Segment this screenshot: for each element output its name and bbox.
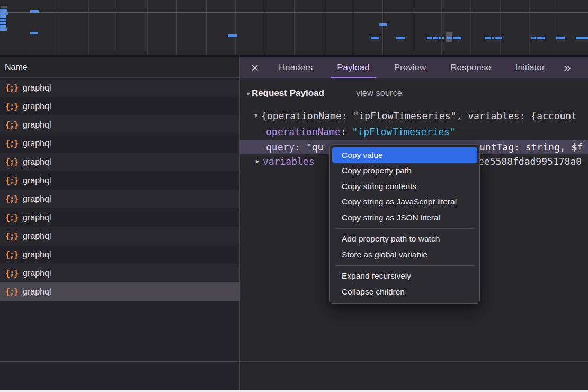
waterfall-bar [492,37,494,39]
tab-payload[interactable]: Payload [326,57,380,78]
json-braces-icon: {;} [5,194,18,204]
tab-initiator[interactable]: Initiator [505,57,556,78]
menu-item-add-property-path-to-watch[interactable]: Add property path to watch [332,231,477,247]
request-row-graphql[interactable]: {;}graphql [0,78,239,97]
waterfall-bar [30,10,39,13]
json-braces-icon: {;} [5,213,18,222]
request-row-graphql[interactable]: {;}graphql [0,134,239,153]
property-value-left-fragment: "qu [306,141,324,153]
menu-item-copy-string-as-javascript-literal[interactable]: Copy string as JavaScript literal [332,194,477,210]
json-braces-icon: {;} [5,83,18,93]
property-value-right-fragment: ee5588fdad995178a0 [478,154,582,168]
property-key: variables [263,156,315,167]
overview-gridline-vertical [324,0,324,55]
waterfall-bar [0,19,6,21]
payload-preview-text: {operationName: "ipFlowTimeseries", vari… [261,110,577,121]
request-name-label: graphql [23,83,51,93]
json-braces-icon: {;} [5,157,18,167]
overview-gridline-vertical [353,0,353,55]
waterfall-bar [0,12,8,15]
collapse-triangle-icon[interactable]: ▼ [251,112,261,119]
json-braces-icon: {;} [5,231,18,241]
waterfall-bar [576,37,588,39]
json-braces-icon: {;} [5,139,18,148]
request-name-label: graphql [23,102,51,111]
property-value-string: "ipFlowTimeseries" [352,126,456,137]
more-tabs-icon[interactable]: » [564,60,569,75]
view-source-link[interactable]: view source [356,88,402,98]
overview-gridline-vertical [88,0,89,55]
request-row-graphql[interactable]: {;}graphql [0,227,239,245]
colon: : [295,141,306,153]
waterfall-bar [556,37,565,39]
collapse-triangle-icon[interactable]: ▼ [245,91,251,97]
waterfall-bar [433,37,438,39]
request-name-label: graphql [23,157,51,167]
payload-preview-row[interactable]: ▼ {operationName: "ipFlowTimeseries", va… [240,109,588,123]
request-row-graphql[interactable]: {;}graphql [0,171,239,190]
request-name-label: graphql [23,139,51,148]
expand-triangle-icon[interactable]: ▶ [252,158,263,165]
waterfall-bar [531,37,536,39]
json-braces-icon: {;} [5,250,18,260]
context-menu: Copy valueCopy property pathCopy string … [329,144,480,304]
name-column-header[interactable]: Name [0,57,239,78]
request-row-graphql[interactable]: {;}graphql [0,153,239,171]
request-row-graphql[interactable]: {;}graphql [0,264,239,282]
overview-gridline-vertical [500,0,501,55]
waterfall-bar [396,37,405,39]
overview-gridline-vertical [59,0,59,55]
network-overview[interactable] [0,0,588,55]
overview-gridline-vertical [294,0,295,55]
overview-gridline-vertical [30,0,30,55]
request-payload-section[interactable]: ▼ Request Payload view source [245,88,402,99]
menu-item-copy-string-contents[interactable]: Copy string contents [332,179,477,194]
overview-gridline-vertical [176,0,177,55]
colon: : [341,126,352,137]
request-name-label: graphql [23,287,51,297]
detail-tab-bar: × HeadersPayloadPreviewResponseInitiator… [240,57,588,78]
waterfall-bar [447,37,452,39]
waterfall-bar [0,28,7,31]
menu-separator [335,265,474,266]
menu-item-expand-recursively[interactable]: Expand recursively [332,269,477,284]
tab-response[interactable]: Response [440,57,502,78]
waterfall-bar [439,37,441,39]
request-name-label: graphql [23,120,51,130]
request-row-graphql[interactable]: {;}graphql [0,115,239,134]
tab-headers[interactable]: Headers [268,57,323,78]
menu-separator [335,228,474,229]
waterfall-bar [442,37,444,39]
waterfall-bar [30,32,38,34]
waterfall-bar [0,22,6,24]
menu-item-store-as-global-variable[interactable]: Store as global variable [332,247,477,263]
property-key: query [266,141,295,153]
request-row-graphql[interactable]: {;}graphql [0,208,239,227]
menu-item-copy-string-as-json-literal[interactable]: Copy string as JSON literal [332,210,477,226]
waterfall-bar [228,34,237,37]
request-name-label: graphql [23,231,51,241]
json-braces-icon: {;} [5,102,18,111]
menu-item-copy-property-path[interactable]: Copy property path [332,163,477,179]
waterfall-bar [379,23,387,26]
overview-gridline-vertical [529,0,530,55]
json-braces-icon: {;} [5,176,18,185]
request-row-graphql[interactable]: {;}graphql [0,282,239,301]
menu-item-collapse-children[interactable]: Collapse children [332,284,477,300]
overview-gridline-vertical [382,0,383,55]
waterfall-bar [495,37,502,39]
request-row-graphql[interactable]: {;}graphql [0,245,239,264]
table-bottom-rule [0,361,588,362]
menu-item-copy-value[interactable]: Copy value [332,147,477,163]
waterfall-bar [453,37,461,39]
request-row-graphql[interactable]: {;}graphql [0,97,239,115]
request-name-label: graphql [23,213,51,222]
tab-preview[interactable]: Preview [384,57,436,78]
request-rows: {;}graphql{;}graphql{;}graphql{;}graphql… [0,78,239,301]
close-icon[interactable]: × [247,60,263,76]
request-row-graphql[interactable]: {;}graphql [0,190,239,208]
payload-row-operationname[interactable]: operationName: "ipFlowTimeseries" [240,124,588,139]
overview-gridline-vertical [559,0,559,55]
overview-gridline-vertical [147,0,148,55]
property-value-right-fragment: untTag: string, $f [479,140,583,154]
